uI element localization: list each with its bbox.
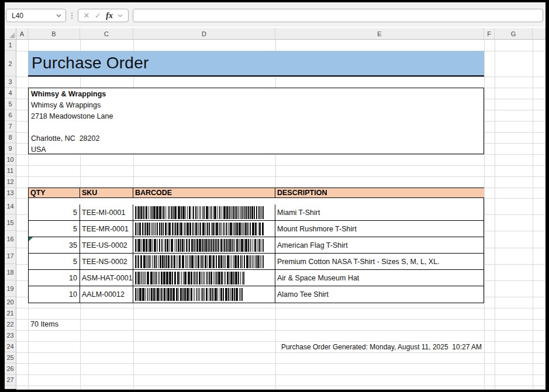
qty-cell[interactable]: 5	[29, 221, 80, 237]
qty-cell[interactable]: 5	[29, 254, 80, 270]
gridline	[16, 308, 545, 308]
name-box[interactable]: L40	[6, 9, 66, 22]
row-header-8[interactable]: 8	[5, 132, 16, 143]
row-header-16[interactable]: 16	[5, 231, 16, 248]
barcode-cell[interactable]	[133, 204, 275, 221]
description-cell[interactable]: American Flag T-Shirt	[275, 237, 484, 254]
row-header-10[interactable]: 10	[5, 154, 16, 165]
row-header-21[interactable]: 21	[5, 308, 16, 319]
row-header-19[interactable]: 19	[5, 280, 16, 297]
company-info-line[interactable]: Whimsy & Wrappings	[31, 88, 484, 99]
total-items-cell[interactable]: 70 Items	[30, 320, 58, 328]
barcode-image	[135, 288, 243, 301]
barcode-cell[interactable]	[133, 237, 275, 254]
column-header-C[interactable]: C	[80, 28, 133, 40]
row-header-3[interactable]: 3	[5, 77, 16, 88]
error-indicator-icon	[29, 237, 33, 241]
column-header-G[interactable]: G	[495, 28, 533, 40]
qty-cell[interactable]: 10	[29, 270, 80, 286]
row-header-24[interactable]: 24	[5, 341, 16, 352]
description-cell[interactable]: Premium Cotton NASA T-Shirt - Sizes S, M…	[275, 254, 484, 270]
sku-cell[interactable]: ASM-HAT-0001	[80, 270, 133, 286]
formula-buttons-group: ✕ ✓ fx	[78, 9, 129, 22]
description-cell[interactable]: Air & Space Museum Hat	[275, 270, 484, 286]
select-all-triangle-icon	[9, 33, 15, 38]
row-header-2[interactable]: 2	[5, 51, 16, 77]
company-info-line[interactable]: Charlotte, NC 28202	[31, 133, 484, 144]
row-header-22[interactable]: 22	[5, 319, 16, 330]
row-header-11[interactable]: 11	[5, 165, 16, 176]
row-header-14[interactable]: 14	[5, 198, 16, 214]
barcode-cell[interactable]	[133, 221, 275, 237]
gridline	[16, 374, 545, 375]
confirm-icon[interactable]: ✓	[95, 12, 101, 19]
row-header-5[interactable]: 5	[5, 99, 16, 110]
table-header-qty[interactable]: QTY	[29, 188, 80, 198]
qty-cell[interactable]: 35	[29, 237, 80, 254]
column-header-E[interactable]: E	[275, 28, 484, 40]
column-header-F[interactable]: F	[484, 28, 495, 40]
gridline	[16, 341, 545, 342]
description-cell[interactable]: Alamo Tee Shirt	[275, 286, 484, 303]
barcode-image	[135, 223, 264, 235]
company-info-line[interactable]: Whimsy & Wrappings	[31, 99, 484, 110]
row-header-15[interactable]: 15	[5, 214, 16, 231]
row-header-26[interactable]: 26	[5, 363, 16, 374]
sku-cell[interactable]: TEE-MI-0001	[80, 204, 133, 221]
chevron-down-icon[interactable]	[56, 14, 61, 18]
insert-function-icon[interactable]: fx	[106, 11, 113, 20]
sku-cell[interactable]: AALM-00012	[80, 286, 133, 303]
gridline	[16, 77, 545, 77]
row-header-25[interactable]: 25	[5, 352, 16, 363]
formula-bar-input[interactable]	[133, 9, 543, 22]
row-header-23[interactable]: 23	[5, 330, 16, 341]
title-banner-cell[interactable]: Purchase Order	[28, 51, 484, 77]
barcode-image	[135, 239, 264, 252]
gridline	[16, 386, 545, 386]
description-cell[interactable]: Miami T-Shirt	[275, 204, 484, 221]
row-header-12[interactable]: 12	[5, 176, 16, 188]
row-header-18[interactable]: 18	[5, 264, 16, 280]
table-header-barcode[interactable]: BARCODE	[133, 188, 275, 198]
gridline	[16, 319, 545, 320]
gridline	[16, 363, 545, 364]
chevron-down-icon[interactable]	[118, 14, 123, 18]
page-title: Purchase Order	[28, 54, 149, 72]
column-header-A[interactable]: A	[16, 28, 28, 40]
column-header-B[interactable]: B	[28, 28, 80, 40]
column-header-D[interactable]: D	[133, 28, 275, 40]
barcode-cell[interactable]	[133, 254, 275, 270]
row-header-7[interactable]: 7	[5, 121, 16, 132]
barcode-cell[interactable]	[133, 270, 275, 286]
gridline	[16, 330, 545, 331]
barcode-cell[interactable]	[133, 286, 275, 303]
company-info-line[interactable]: USA	[31, 144, 484, 155]
row-header-6[interactable]: 6	[5, 110, 16, 121]
select-all-corner[interactable]	[5, 28, 16, 40]
barcode-image	[135, 206, 264, 219]
cancel-icon[interactable]: ✕	[84, 12, 90, 19]
sku-cell[interactable]: TEE-MR-0001	[80, 221, 133, 237]
generated-note-cell[interactable]: Purchase Order Generated: Monday, August…	[281, 343, 482, 351]
company-info-line[interactable]	[31, 122, 484, 133]
table-header-description[interactable]: DESCRIPTION	[275, 188, 484, 198]
company-info-box[interactable]: Whimsy & WrappingsWhimsy & Wrappings2718…	[28, 88, 484, 154]
row-header-9[interactable]: 9	[5, 143, 16, 154]
row-header-4[interactable]: 4	[5, 88, 16, 99]
sku-cell[interactable]: TEE-NS-0002	[80, 254, 133, 270]
qty-cell[interactable]: 10	[29, 286, 80, 303]
row-header-13[interactable]: 13	[5, 188, 16, 198]
description-cell[interactable]: Mount Rushmore T-Shirt	[275, 221, 484, 237]
barcode-image	[135, 272, 245, 285]
qty-cell[interactable]: 5	[29, 204, 80, 221]
formula-toolbar: L40 ⋮ ✕ ✓ fx	[5, 2, 545, 27]
row-header-27[interactable]: 27	[5, 374, 16, 386]
row-header-20[interactable]: 20	[5, 297, 16, 308]
sku-cell[interactable]: TEE-US-0002	[80, 237, 133, 254]
table-header-sku[interactable]: SKU	[80, 188, 133, 198]
row-header-1[interactable]: 1	[5, 40, 16, 51]
more-options-icon: ⋮	[68, 9, 76, 22]
row-header-17[interactable]: 17	[5, 248, 16, 264]
column-header-partial[interactable]	[533, 28, 545, 40]
company-info-line[interactable]: 2718 Meadowstone Lane	[31, 110, 484, 122]
